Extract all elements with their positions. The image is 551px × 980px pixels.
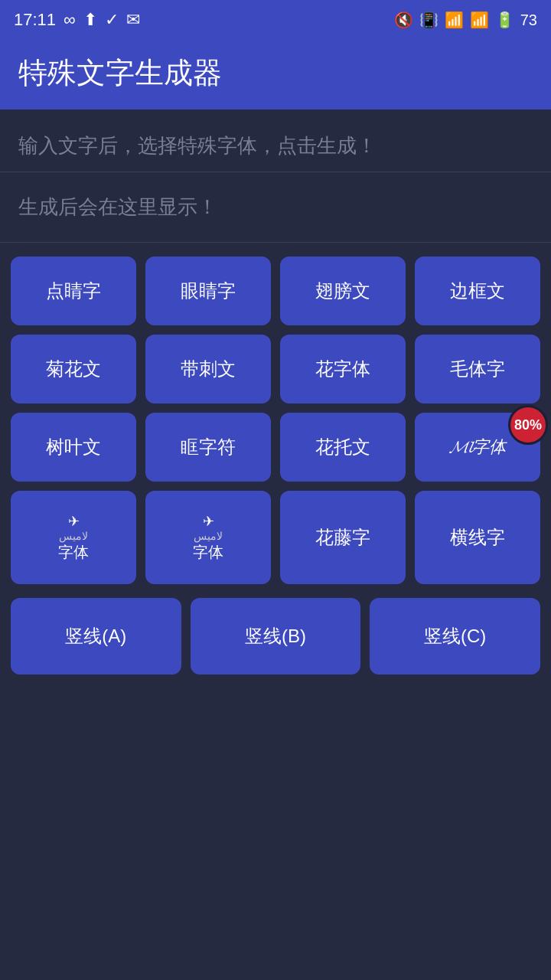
btn-shu-xian-b[interactable]: 竖线(B) <box>191 598 361 675</box>
btn-hua-zi[interactable]: 花字体 <box>280 335 406 403</box>
battery-level: 73 <box>520 11 537 29</box>
upload-icon: ⬆ <box>83 10 97 30</box>
btn-heng-xian[interactable]: 横线字 <box>415 491 540 584</box>
input-section[interactable]: 输入文字后，选择特殊字体，点击生成！ <box>0 109 551 172</box>
btn-kuang-zi[interactable]: 眶字符 <box>145 413 271 482</box>
vibrate-icon: 📳 <box>419 11 439 29</box>
main-content: 输入文字后，选择特殊字体，点击生成！ 生成后会在这里显示！ 点睛字 眼睛字 翅膀… <box>0 109 551 980</box>
btn-script-zi[interactable]: 𝓜𝓵字体 80% <box>415 413 540 482</box>
check-icon: ✓ <box>105 10 119 30</box>
infinity-icon: ∞ <box>64 10 76 30</box>
btn-hua-tuo[interactable]: 花托文 <box>280 413 406 482</box>
buttons-row1: 点睛字 眼睛字 翅膀文 边框文 菊花文 带刺文 花字体 毛体字 树叶文 眶字符 … <box>0 243 551 598</box>
output-section: 生成后会在这里显示！ <box>0 172 551 243</box>
btn-shu-xian-c[interactable]: 竖线(C) <box>370 598 540 675</box>
mute-icon: 🔇 <box>394 11 413 29</box>
btn-plane-zi-2[interactable]: ✈︎ﻻﻣﻴﺲ字体 <box>145 491 271 584</box>
output-placeholder: 生成后会在这里显示！ <box>18 194 533 220</box>
btn-shu-ye[interactable]: 树叶文 <box>11 413 136 482</box>
mail-icon: ✉ <box>126 10 140 30</box>
buttons-row-bottom: 竖线(A) 竖线(B) 竖线(C) <box>0 598 551 688</box>
btn-dian-jing[interactable]: 点睛字 <box>11 256 136 325</box>
btn-ju-hua[interactable]: 菊花文 <box>11 335 136 403</box>
btn-hua-teng[interactable]: 花藤字 <box>280 491 406 584</box>
input-placeholder[interactable]: 输入文字后，选择特殊字体，点击生成！ <box>18 131 533 161</box>
btn-dai-ci[interactable]: 带刺文 <box>145 335 271 403</box>
plane-icon-1: ✈︎ﻻﻣﻴﺲ字体 <box>58 512 89 563</box>
signal-icon: 📶 <box>470 11 489 29</box>
btn-shu-xian-a[interactable]: 竖线(A) <box>11 598 181 675</box>
btn-yan-jing[interactable]: 眼睛字 <box>145 256 271 325</box>
btn-chi-bang[interactable]: 翅膀文 <box>280 256 406 325</box>
script-label: 𝓜𝓵字体 <box>449 436 506 459</box>
app-header: 特殊文字生成器 <box>0 40 551 109</box>
app-title: 特殊文字生成器 <box>18 54 533 93</box>
btn-plane-zi-1[interactable]: ✈︎ﻻﻣﻴﺲ字体 <box>11 491 136 584</box>
time: 17:11 <box>14 10 56 30</box>
status-bar: 17:11 ∞ ⬆ ✓ ✉ 🔇 📳 📶 📶 🔋 73 <box>0 0 551 40</box>
status-left: 17:11 ∞ ⬆ ✓ ✉ <box>14 10 140 30</box>
status-right: 🔇 📳 📶 📶 🔋 73 <box>394 11 537 29</box>
plane-icon-2: ✈︎ﻻﻣﻴﺲ字体 <box>193 512 223 563</box>
btn-bian-kuang[interactable]: 边框文 <box>415 256 540 325</box>
wifi-icon: 📶 <box>445 11 464 29</box>
badge-80: 80% <box>508 405 548 445</box>
btn-mao-ti[interactable]: 毛体字 <box>415 335 540 403</box>
battery-icon: 🔋 <box>495 11 514 29</box>
